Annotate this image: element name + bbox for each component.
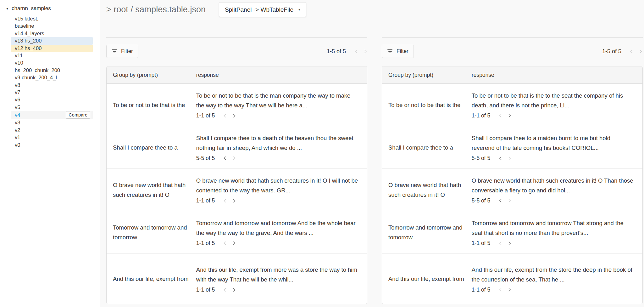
prompt-text: O brave new world that hath such creatur… [388,180,466,200]
response-text: To be or not to be that is the man compa… [196,91,358,110]
response-text: To be or not to be that is the to the se… [472,91,634,110]
panel-type-selector[interactable]: SplitPanel -> WbTableFile ▾ [219,2,306,17]
prev-sample-icon[interactable] [498,241,502,246]
next-page-icon[interactable] [639,49,643,54]
next-sample-icon[interactable] [232,287,236,292]
sidebar-version-item[interactable]: v5 [11,104,93,111]
prompt-cell: And this our life, exempt from [382,274,472,284]
version-label: baseline [15,23,34,29]
prev-sample-icon[interactable] [223,241,227,246]
sidebar-version-item[interactable]: v11 [11,52,93,59]
row-pagination-range: 5-5 of 5 [472,197,490,204]
version-label: v9 chunk_200_4_l [15,74,57,81]
breadcrumb[interactable]: > root / samples.table.json [106,2,206,17]
filter-button[interactable]: Filter [382,45,414,58]
next-sample-icon[interactable] [508,287,512,292]
filter-icon [112,49,117,53]
prompt-cell: And this our life, exempt from [107,274,196,284]
sidebar-version-item[interactable]: v0 [11,141,93,149]
table-body: To be or not to be that is the To be or … [382,84,642,304]
prompt-cell: O brave new world that hath such creatur… [107,180,196,200]
prev-sample-icon[interactable] [498,156,502,161]
prev-sample-icon[interactable] [223,287,227,292]
row-pagination-range: 1-1 of 5 [196,287,215,293]
prev-page-icon[interactable] [630,49,634,54]
prev-sample-icon[interactable] [223,156,227,161]
sidebar-version-item[interactable]: hs_200_chunk_200 [11,67,93,74]
artifact-sidebar: ▾ charnn_samples v15 latest, baseline v1… [0,0,100,307]
prev-sample-icon[interactable] [223,198,227,203]
row-pagination-range: 1-1 of 5 [196,112,215,119]
sidebar-version-item[interactable]: v7 [11,89,93,96]
next-sample-icon[interactable] [232,113,236,118]
prompt-cell: Shall I compare thee to a [107,143,196,152]
caret-down-icon: ▾ [6,7,8,10]
table-body: To be or not to be that is the To be or … [107,84,367,304]
response-cell: And this our life, exempt from more was … [196,265,367,293]
next-sample-icon[interactable] [232,241,236,246]
table-row: Tomorrow and tomorrow and tomorrow Tomor… [107,211,367,254]
version-label: v11 [15,52,23,59]
sidebar-version-item[interactable]: v10 [11,59,93,66]
column-header-prompt[interactable]: Group by (prompt) [382,72,472,78]
prev-sample-icon[interactable] [498,198,502,203]
column-header-response[interactable]: response [196,72,367,78]
next-sample-icon[interactable] [232,198,236,203]
column-header-response[interactable]: response [472,72,642,78]
next-sample-icon[interactable] [508,113,512,118]
next-sample-icon[interactable] [508,156,512,161]
sidebar-version-item[interactable]: v6 [11,96,93,103]
version-label: v8 [15,82,20,88]
row-pagination-range: 1-1 of 5 [472,240,490,247]
filter-icon [387,49,393,53]
version-label: v2 [15,127,20,134]
table-panel: Filter 1-5 of 5 Group by (prompt) respon… [382,37,643,307]
next-sample-icon[interactable] [508,241,512,246]
version-label: v15 latest, [15,15,38,22]
sidebar-version-item[interactable]: v13 hs_200 [11,37,93,44]
sidebar-collection-toggle[interactable]: ▾ charnn_samples [0,4,100,13]
table-row: To be or not to be that is the To be or … [382,84,642,126]
filter-button[interactable]: Filter [106,45,138,58]
prompt-cell: To be or not to be that is the [382,100,472,110]
sidebar-version-item[interactable]: v4 Compare [11,111,93,119]
next-sample-icon[interactable] [508,198,512,203]
response-cell: And this our life, exempt from the store… [472,265,642,293]
response-text: Tomorrow and tomorrow and tomorrow That … [472,218,634,238]
version-label: v13 hs_200 [15,37,42,44]
sidebar-version-item[interactable]: v1 [11,134,93,141]
sidebar-version-item[interactable]: v14 4_layers [11,30,93,37]
sidebar-version-item[interactable]: v15 latest, [11,15,93,22]
sidebar-version-item[interactable]: v8 [11,82,93,89]
prompt-cell: To be or not to be that is the [107,100,196,110]
response-cell: To be or not to be that is the to the se… [472,91,642,119]
next-page-icon[interactable] [363,49,367,54]
prev-sample-icon[interactable] [223,113,227,118]
prev-sample-icon[interactable] [498,113,502,118]
row-pagination: 5-5 of 5 [196,155,358,162]
table-pagination: 1-5 of 5 [602,48,643,55]
next-sample-icon[interactable] [232,156,236,161]
prompt-text: Tomorrow and tomorrow and tomorrow [113,223,191,242]
compare-button[interactable]: Compare [66,111,90,119]
column-header-prompt[interactable]: Group by (prompt) [107,72,196,78]
prev-sample-icon[interactable] [498,287,502,292]
sidebar-version-item[interactable]: v12 hs_400 [11,45,93,52]
sidebar-version-item[interactable]: v9 chunk_200_4_l [11,74,93,81]
prompt-text: Tomorrow and tomorrow and tomorrow [388,223,466,242]
sidebar-version-item[interactable]: baseline [11,22,93,30]
version-list: v15 latest, baseline v14 4_layers v13 hs… [0,15,100,149]
panel-type-label: SplitPanel -> WbTableFile [225,6,293,13]
table-row: Shall I compare thee to a Shall I compar… [382,126,642,169]
response-cell: To be or not to be that is the man compa… [196,91,367,119]
table-row: O brave new world that hath such creatur… [107,169,367,211]
prev-page-icon[interactable] [354,49,358,54]
response-cell: Tomorrow and tomorrow and tomorrow That … [472,218,642,247]
version-label: v12 hs_400 [15,45,42,52]
version-label: v3 [15,119,20,126]
row-pagination-range: 1-1 of 5 [472,112,490,119]
sidebar-version-item[interactable]: v2 [11,127,93,134]
table-header-row: Group by (prompt) response [382,66,642,84]
response-cell: Shall I compare thee to a death of the h… [196,133,367,162]
sidebar-version-item[interactable]: v3 [11,119,93,126]
